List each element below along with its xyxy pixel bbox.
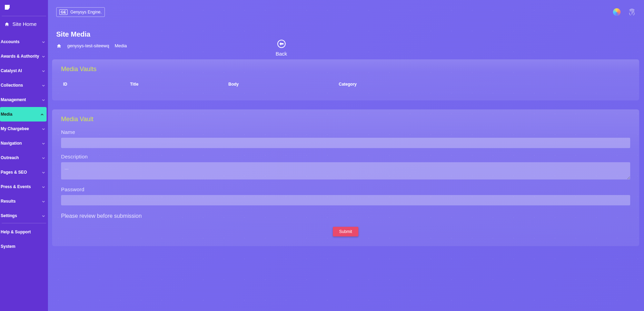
chevron-down-icon <box>42 127 45 130</box>
sidebar-item-help[interactable]: Help & Support <box>0 225 48 239</box>
sidebar-item-management[interactable]: Management <box>0 93 48 107</box>
chevron-up-icon <box>40 113 44 116</box>
sidebar-item-label: Awards & Authority <box>1 54 39 59</box>
description-textarea[interactable] <box>61 162 630 179</box>
chevron-down-icon <box>42 69 45 72</box>
sidebar-item-outreach[interactable]: Outreach <box>0 150 48 165</box>
sidebar-item-label: Help & Support <box>1 230 31 234</box>
chevron-down-icon <box>42 156 45 159</box>
brand-label: Genysys Engine. <box>70 10 102 14</box>
back-button[interactable]: Back <box>276 40 287 57</box>
chevron-down-icon <box>42 98 45 101</box>
site-home-label: Site Home <box>12 21 37 27</box>
sidebar-item-label: Outreach <box>1 155 19 160</box>
arrow-left-circle-icon <box>277 40 286 48</box>
sidebar-item-label: Navigation <box>1 141 22 146</box>
home-icon <box>4 22 10 27</box>
sidebar-item-label: Pages & SEO <box>1 170 27 175</box>
column-header-id: ID <box>61 82 130 87</box>
column-header-category: Category <box>339 82 357 87</box>
chevron-down-icon <box>42 200 45 203</box>
theme-toggle-icon[interactable] <box>613 8 621 16</box>
sidebar-logo <box>0 0 48 16</box>
name-input[interactable] <box>61 138 630 148</box>
sidebar-item-label: My Chargebee <box>1 126 29 131</box>
sidebar-item-label: System <box>1 244 16 249</box>
name-label: Name <box>61 129 630 135</box>
column-header-title: Title <box>130 82 228 87</box>
chevron-down-icon <box>42 40 45 43</box>
description-label: Description <box>61 154 630 159</box>
sidebar-item-accounts[interactable]: Accounts <box>0 35 48 49</box>
chevron-down-icon <box>42 171 45 174</box>
fingerprint-icon[interactable] <box>628 8 636 16</box>
breadcrumb-home-icon[interactable] <box>56 43 62 48</box>
sidebar-item-navigation[interactable]: Navigation <box>0 136 48 150</box>
sidebar-item-chargebee[interactable]: My Chargebee <box>0 122 48 136</box>
logo-icon <box>5 5 10 10</box>
breadcrumb-site[interactable]: genysys-test-siteewq <box>67 43 109 48</box>
sidebar: Site Home Accounts Awards & Authority Ca… <box>0 0 48 311</box>
sidebar-item-label: Accounts <box>1 39 20 44</box>
sidebar-item-collections[interactable]: Collections <box>0 78 48 93</box>
password-input[interactable] <box>61 195 630 205</box>
topbar: GE Genysys Engine. <box>48 0 644 24</box>
nav-items: Accounts Awards & Authority Catalyst AI … <box>0 35 48 223</box>
sidebar-item-label: Settings <box>1 213 17 218</box>
page-title: Site Media <box>56 30 636 38</box>
sidebar-item-label: Press & Events <box>1 184 31 189</box>
submit-button[interactable]: Submit <box>333 227 358 236</box>
topbar-right <box>613 8 636 16</box>
chevron-down-icon <box>42 84 45 87</box>
sidebar-item-media[interactable]: Media <box>0 107 47 122</box>
sidebar-item-label: Results <box>1 199 16 204</box>
chevron-down-icon <box>42 214 45 217</box>
sidebar-item-awards[interactable]: Awards & Authority <box>0 49 48 64</box>
main: GE Genysys Engine. Site Media genysys-te… <box>48 0 644 311</box>
bottom-nav: Help & Support System <box>0 225 48 254</box>
chevron-down-icon <box>42 142 45 145</box>
brand-mark-icon: GE <box>59 9 68 15</box>
sidebar-item-label: Management <box>1 97 26 102</box>
breadcrumb: genysys-test-siteewq Media <box>56 43 636 48</box>
review-text: Please review before submission <box>61 213 630 219</box>
media-vault-form-card: Media Vault Name Description Password Pl… <box>52 109 639 246</box>
sidebar-item-label: Media <box>1 112 12 117</box>
sidebar-item-results[interactable]: Results <box>0 194 48 208</box>
brand-logo[interactable]: GE Genysys Engine. <box>56 7 105 17</box>
media-vaults-card: Media Vaults ID Title Body Category <box>52 59 639 100</box>
sidebar-item-label: Collections <box>1 83 23 88</box>
chevron-down-icon <box>42 185 45 188</box>
column-header-body: Body <box>228 82 339 87</box>
page-header: Site Media genysys-test-siteewq Media <box>48 24 644 52</box>
breadcrumb-current: Media <box>115 43 127 48</box>
sidebar-item-system[interactable]: System <box>0 239 48 254</box>
sidebar-item-settings[interactable]: Settings <box>0 208 48 223</box>
card-title: Media Vaults <box>61 66 630 73</box>
sidebar-item-press-events[interactable]: Press & Events <box>0 179 48 194</box>
sidebar-item-label: Catalyst AI <box>1 68 22 73</box>
back-label: Back <box>276 51 287 57</box>
chevron-down-icon <box>42 55 45 58</box>
divider <box>2 223 46 223</box>
password-label: Password <box>61 186 630 192</box>
card-title: Media Vault <box>61 116 630 123</box>
site-home-link[interactable]: Site Home <box>0 16 48 32</box>
table-header-row: ID Title Body Category <box>61 79 630 93</box>
sidebar-item-catalyst[interactable]: Catalyst AI <box>0 64 48 78</box>
sidebar-item-pages-seo[interactable]: Pages & SEO <box>0 165 48 179</box>
